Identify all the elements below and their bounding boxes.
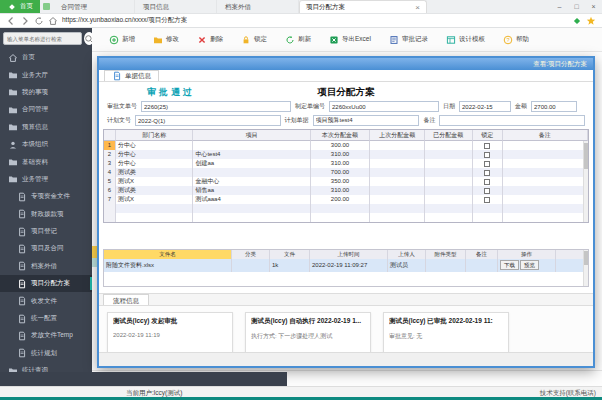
- field-plandoc-input[interactable]: [313, 115, 420, 126]
- tab-close-icon[interactable]: ×: [415, 3, 420, 12]
- lock-cell[interactable]: [473, 159, 503, 168]
- table-row[interactable]: [104, 213, 588, 222]
- grid-scrollbar-thumb[interactable]: [584, 143, 588, 169]
- forward-icon[interactable]: [20, 16, 30, 26]
- search-button[interactable]: [84, 32, 92, 45]
- sidebar-item-本级组织[interactable]: 本级组织: [0, 136, 92, 153]
- sidebar-item-业务大厅[interactable]: 业务大厅: [0, 66, 92, 83]
- table-row[interactable]: [104, 204, 588, 213]
- field-remark-input[interactable]: [439, 115, 585, 126]
- tab-active[interactable]: 项目分配方案 ×: [299, 0, 427, 13]
- lock-checkbox[interactable]: [484, 152, 490, 158]
- field-orderno-input[interactable]: [329, 101, 439, 112]
- doc-icon: [17, 244, 27, 254]
- grid-header-cell: 锁定: [473, 130, 503, 141]
- sidebar-item-专项资金文件[interactable]: 专项资金文件: [0, 188, 92, 205]
- sidebar-item-项目及合同[interactable]: 项目及合同: [0, 240, 92, 257]
- table-row[interactable]: 1分中心300.00: [104, 141, 588, 150]
- sidebar-item-档案外借[interactable]: 档案外借: [0, 258, 92, 275]
- table-row[interactable]: 5测试X金融中心350.00: [104, 177, 588, 186]
- sidebar-item-首页[interactable]: 首页: [0, 49, 92, 66]
- lock-cell[interactable]: [473, 168, 503, 177]
- toolbar-button-锁定[interactable]: 锁定: [232, 28, 276, 51]
- toolbar-button-label: 导出Excel: [342, 35, 371, 44]
- field-amount-input[interactable]: [531, 101, 577, 112]
- dialog-tab-info[interactable]: 单据信息: [104, 70, 159, 81]
- lock-checkbox[interactable]: [484, 170, 490, 176]
- extension-icon[interactable]: [572, 16, 582, 26]
- lock-checkbox[interactable]: [484, 179, 490, 185]
- sidebar-item-统一配置[interactable]: 统一配置: [0, 310, 92, 327]
- toolbar-button-导出Excel[interactable]: 导出Excel: [320, 28, 380, 51]
- lock-cell[interactable]: [473, 150, 503, 159]
- browser-tab-0[interactable]: 合同管理: [53, 0, 135, 13]
- toolbar-button-设计模板[interactable]: 设计模板: [437, 28, 494, 51]
- lock-checkbox[interactable]: [484, 161, 490, 167]
- sidebar-search-input[interactable]: [3, 32, 82, 45]
- browser-tab-2[interactable]: 档案外借: [217, 0, 299, 13]
- lock-cell[interactable]: [473, 177, 503, 186]
- sidebar-item-合同管理[interactable]: 合同管理: [0, 101, 92, 118]
- sidebar-item-项目分配方案[interactable]: 项目分配方案: [0, 275, 92, 292]
- lock-checkbox[interactable]: [484, 197, 490, 203]
- table-row[interactable]: 7测试X测试aaa4200.00: [104, 195, 588, 204]
- allocation-grid: 部门名称项目本次分配金额上次分配金额已分配金额锁定备注 1分中心300.002分…: [103, 129, 589, 223]
- lock-cell[interactable]: [473, 186, 503, 195]
- download-button[interactable]: 下载: [500, 260, 519, 270]
- field-planno-input[interactable]: [135, 115, 281, 126]
- grid-cell: 3: [104, 159, 116, 168]
- sidebar-item-项目登记[interactable]: 项目登记: [0, 223, 92, 240]
- sidebar-item-统计规划[interactable]: 统计规划: [0, 345, 92, 362]
- toolbar-button-删除[interactable]: 删除: [188, 28, 232, 51]
- dialog-titlebar[interactable]: 查看:项目分配方案: [99, 58, 593, 70]
- table-row[interactable]: 3分中心创建aa310.00: [104, 159, 588, 168]
- attachments-scrollbar[interactable]: [583, 250, 588, 286]
- status-bar: 当前用户:lccy(测试) 技术支持(联系电话): [0, 386, 602, 397]
- table-row[interactable]: 6测试类销售aa310.00: [104, 186, 588, 195]
- sidebar-item-收发文件[interactable]: 收发文件: [0, 292, 92, 309]
- sidebar-item-我的事项[interactable]: 我的事项: [0, 84, 92, 101]
- sidebar-item-业务管理[interactable]: 业务管理: [0, 171, 92, 188]
- browser-tab-1[interactable]: 项目信息: [135, 0, 217, 13]
- minimize-button[interactable]: –: [551, 0, 568, 13]
- attachments-grid: 文件名分类文件上传时间上传人附件类型备注操作 附随文件资料.xlsx1k2022…: [103, 249, 589, 287]
- toolbar-button-修改[interactable]: 修改: [144, 28, 188, 51]
- pin-icon[interactable]: [43, 3, 50, 10]
- grid-cell: [370, 168, 425, 177]
- dialog-header: 审批通过 项目分配方案: [99, 82, 593, 100]
- sidebar-item-发放文件Temp[interactable]: 发放文件Temp: [0, 327, 92, 344]
- attachment-row[interactable]: 附随文件资料.xlsx1k2022-02-19 11:09:27测试员下载预览: [104, 259, 588, 272]
- table-row[interactable]: 4测试类700.00: [104, 168, 588, 177]
- attachment-actions-cell: 下载预览: [498, 259, 556, 272]
- lock-cell[interactable]: [473, 141, 503, 150]
- lock-cell[interactable]: [473, 195, 503, 204]
- toolbar-button-新增[interactable]: 新增: [100, 28, 144, 51]
- reload-icon[interactable]: [34, 16, 44, 26]
- sidebar-item-预算信息[interactable]: 预算信息: [0, 119, 92, 136]
- grid-scrollbar[interactable]: [583, 141, 588, 222]
- active-tab-label: 项目分配方案: [306, 3, 345, 12]
- toolbar-button-刷新[interactable]: 刷新: [276, 28, 320, 51]
- toolbar-button-审批记录[interactable]: 审批记录: [380, 28, 437, 51]
- sidebar-item-财政拨款项[interactable]: 财政拨款项: [0, 206, 92, 223]
- flow-tab[interactable]: 流程信息: [103, 294, 149, 305]
- lock-checkbox[interactable]: [484, 143, 490, 149]
- maximize-button[interactable]: □: [568, 0, 585, 13]
- lock-cell[interactable]: [473, 213, 503, 222]
- toolbar-button-帮助[interactable]: ?帮助: [494, 28, 538, 51]
- sidebar-item-基础资料[interactable]: 基础资料: [0, 153, 92, 170]
- lock-cell[interactable]: [473, 204, 503, 213]
- table-row[interactable]: 2分中心中心test4310.00: [104, 150, 588, 159]
- back-icon[interactable]: [6, 16, 16, 26]
- bookmark-star-icon[interactable]: [586, 16, 596, 26]
- field-date-input[interactable]: [459, 101, 511, 112]
- tab-home[interactable]: 首页: [0, 0, 40, 13]
- field-docno-input[interactable]: [141, 101, 291, 112]
- close-button[interactable]: ×: [585, 0, 602, 13]
- url-text[interactable]: https://xx.yunbaoxiao.cn/xxxx/项目分配方案: [62, 16, 568, 25]
- home-icon[interactable]: [48, 16, 58, 26]
- lock-checkbox[interactable]: [484, 188, 490, 194]
- preview-button[interactable]: 预览: [520, 260, 539, 270]
- attachments-scrollbar-thumb[interactable]: [584, 251, 588, 265]
- grid-cell: 7: [104, 195, 116, 204]
